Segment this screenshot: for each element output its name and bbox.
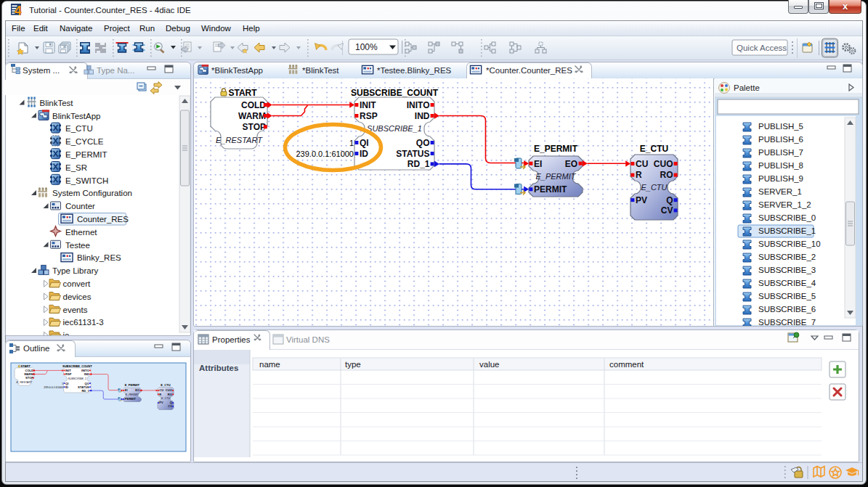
svg-text:100%: 100% (355, 42, 378, 52)
svg-text:Testee: Testee (65, 241, 90, 250)
svg-text:PUBLISH_8: PUBLISH_8 (758, 161, 803, 170)
svg-text:BlinkTestApp: BlinkTestApp (52, 112, 100, 120)
svg-text:Counter: Counter (65, 202, 95, 210)
svg-text:Outline: Outline (23, 344, 49, 353)
svg-text:Blinky_RES: Blinky_RES (77, 253, 121, 262)
svg-text:SUBSCRIBE_7: SUBSCRIBE_7 (758, 318, 816, 326)
svg-text:Virtual DNS: Virtual DNS (286, 335, 330, 344)
svg-text:*BlinkTest: *BlinkTest (302, 66, 339, 75)
svg-text:comment: comment (609, 360, 644, 369)
svg-text:SUBSCRIBE_4: SUBSCRIBE_4 (758, 279, 816, 287)
svg-text:PUBLISH_6: PUBLISH_6 (758, 135, 803, 144)
svg-text:name: name (259, 360, 280, 369)
svg-text:E_PERMIT: E_PERMIT (65, 150, 108, 159)
svg-text:PUBLISH_5: PUBLISH_5 (758, 122, 803, 131)
svg-text:SUBSCRIBE_5: SUBSCRIBE_5 (758, 292, 816, 300)
svg-text:Counter_RES: Counter_RES (77, 215, 129, 224)
svg-text:PUBLISH_9: PUBLISH_9 (758, 174, 803, 183)
svg-text:convert: convert (63, 279, 92, 288)
svg-text:BlinkTest: BlinkTest (40, 99, 74, 107)
svg-text:SUBSCRIBE_3: SUBSCRIBE_3 (758, 266, 816, 274)
svg-text:type: type (345, 360, 361, 369)
svg-text:Attributes: Attributes (199, 364, 238, 372)
svg-text:Ethernet: Ethernet (65, 228, 97, 237)
svg-text:Properties: Properties (212, 335, 251, 344)
svg-text:E_CYCLE: E_CYCLE (65, 137, 104, 146)
svg-text:devices: devices (63, 292, 92, 301)
svg-text:*Counter.Counter_RES: *Counter.Counter_RES (486, 66, 572, 75)
svg-text:4: 4 (15, 4, 22, 17)
svg-text:E_SR: E_SR (65, 163, 87, 172)
svg-text:*BlinkTestApp: *BlinkTestApp (211, 66, 263, 75)
svg-text:PUBLISH_7: PUBLISH_7 (758, 148, 803, 157)
svg-text:E_CTU: E_CTU (65, 124, 93, 133)
svg-text:SERVER_1_2: SERVER_1_2 (758, 200, 811, 209)
svg-text:SUBSCRIBE_1: SUBSCRIBE_1 (758, 226, 816, 235)
svg-text:System ...: System ... (23, 66, 60, 75)
svg-text:Quick Access: Quick Access (737, 44, 787, 52)
svg-text:io: io (63, 331, 70, 335)
svg-text:iec61131-3: iec61131-3 (63, 318, 104, 327)
svg-text:E_SWITCH: E_SWITCH (65, 176, 108, 185)
svg-text:events: events (63, 306, 88, 314)
svg-text:Type Na...: Type Na... (97, 66, 134, 75)
svg-text:SUBSCRIBE_10: SUBSCRIBE_10 (758, 240, 821, 248)
svg-text:Palette: Palette (734, 83, 760, 92)
svg-text:SUBSCRIBE_0: SUBSCRIBE_0 (758, 213, 816, 222)
svg-text:value: value (479, 360, 500, 369)
svg-text:SERVER_1: SERVER_1 (758, 187, 802, 196)
svg-text:System Configuration: System Configuration (52, 189, 132, 197)
svg-text:SUBSCRIBE_2: SUBSCRIBE_2 (758, 253, 816, 261)
svg-text:Type Library: Type Library (52, 266, 99, 275)
svg-text:*Testee.Blinky_RES: *Testee.Blinky_RES (377, 66, 452, 75)
svg-text:SUBSCRIBE_6: SUBSCRIBE_6 (758, 305, 816, 314)
